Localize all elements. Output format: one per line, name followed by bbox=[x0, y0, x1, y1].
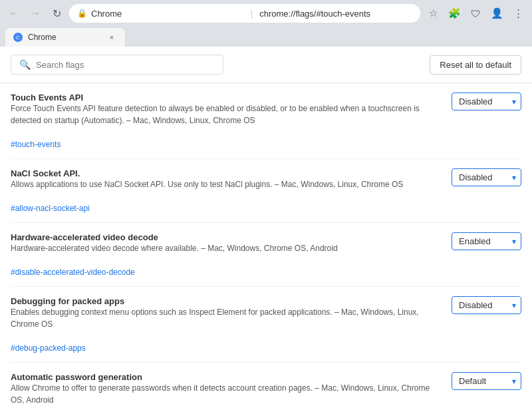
flag-name: NaCl Socket API. bbox=[11, 168, 80, 178]
flag-name: Debugging for packed apps bbox=[11, 296, 124, 306]
flag-name: Hardware-accelerated video decode bbox=[11, 232, 158, 242]
flag-control[interactable]: DefaultEnabledDisabled bbox=[452, 372, 521, 390]
flag-name: Touch Events API bbox=[11, 93, 83, 102]
select-wrapper[interactable]: DefaultEnabledDisabled bbox=[452, 372, 521, 390]
back-icon: ← bbox=[9, 7, 19, 19]
flag-item: NaCl Socket API. Allows applications to … bbox=[11, 159, 521, 223]
browser-toolbar: ← → ↻ 🔒 Chrome | chrome://flags/#touch-e… bbox=[5, 4, 527, 23]
flag-select[interactable]: DefaultEnabledDisabled bbox=[452, 372, 521, 390]
flag-info: Hardware-accelerated video decode Hardwa… bbox=[11, 232, 438, 277]
search-icon: 🔍 bbox=[19, 59, 31, 70]
menu-button[interactable]: ⋮ bbox=[509, 5, 527, 22]
flag-item: Touch Events API Force Touch Events API … bbox=[11, 83, 521, 159]
flag-info: Debugging for packed apps Enables debugg… bbox=[11, 296, 438, 353]
flag-select[interactable]: DefaultEnabledDisabled bbox=[452, 93, 521, 110]
star-button[interactable]: ☆ bbox=[424, 5, 442, 22]
select-wrapper[interactable]: DefaultEnabledDisabled bbox=[452, 93, 521, 110]
back-button[interactable]: ← bbox=[5, 5, 23, 22]
forward-button[interactable]: → bbox=[27, 5, 44, 22]
flag-description: Hardware-accelerated video decode where … bbox=[11, 242, 438, 254]
flags-header: 🔍 Reset all to default bbox=[0, 47, 532, 83]
select-wrapper[interactable]: DefaultEnabledDisabled bbox=[452, 296, 521, 314]
flag-control[interactable]: DefaultEnabledDisabled bbox=[452, 93, 521, 110]
reset-all-button[interactable]: Reset all to default bbox=[430, 55, 521, 75]
active-tab[interactable]: C Chrome × bbox=[5, 28, 125, 47]
flag-select[interactable]: DefaultEnabledDisabled bbox=[452, 296, 521, 314]
profile-button[interactable]: 👤 bbox=[488, 5, 505, 22]
flag-info: Touch Events API Force Touch Events API … bbox=[11, 93, 438, 149]
flag-description: Enables debugging context menu options s… bbox=[11, 306, 438, 330]
flag-link[interactable]: #allow-nacl-socket-api bbox=[11, 204, 90, 213]
star-icon: ☆ bbox=[429, 7, 438, 19]
flags-list: Touch Events API Force Touch Events API … bbox=[0, 83, 532, 404]
flag-link[interactable]: #touch-events bbox=[11, 140, 61, 149]
shield-icon: 🛡 bbox=[471, 8, 481, 19]
flag-item: Debugging for packed apps Enables debugg… bbox=[11, 287, 521, 363]
reload-button[interactable]: ↻ bbox=[48, 5, 65, 22]
extensions-icon: 🧩 bbox=[448, 7, 461, 19]
flag-control[interactable]: DefaultEnabledDisabled bbox=[452, 168, 521, 186]
flag-link[interactable]: #debug-packed-apps bbox=[11, 343, 86, 353]
browser-chrome: ← → ↻ 🔒 Chrome | chrome://flags/#touch-e… bbox=[0, 0, 532, 47]
flags-container: 🔍 Reset all to default Touch Events API … bbox=[0, 47, 532, 404]
address-separator: | bbox=[251, 9, 253, 19]
url-text: chrome://flags/#touch-events bbox=[259, 9, 412, 19]
search-input[interactable] bbox=[36, 60, 215, 70]
flag-info: Automatic password generation Allow Chro… bbox=[11, 372, 438, 404]
flag-description: Force Touch Events API feature detection… bbox=[11, 102, 438, 126]
lock-icon: 🔒 bbox=[77, 9, 87, 18]
flag-description: Allows applications to use NaCl Socket A… bbox=[11, 178, 438, 190]
flag-select[interactable]: DefaultEnabledDisabled bbox=[452, 232, 521, 250]
reload-icon: ↻ bbox=[53, 7, 61, 20]
forward-icon: → bbox=[30, 7, 41, 19]
tab-title: Chrome bbox=[28, 33, 101, 42]
flag-control[interactable]: DefaultEnabledDisabled bbox=[452, 296, 521, 314]
flag-name: Automatic password generation bbox=[11, 372, 142, 382]
flag-item: Hardware-accelerated video decode Hardwa… bbox=[11, 223, 521, 287]
flag-item: Automatic password generation Allow Chro… bbox=[11, 363, 521, 404]
profile-icon: 👤 bbox=[491, 7, 503, 19]
address-bar[interactable]: 🔒 Chrome | chrome://flags/#touch-events bbox=[69, 4, 420, 23]
tab-close-button[interactable]: × bbox=[106, 32, 117, 43]
tab-favicon: C bbox=[13, 33, 23, 42]
search-box[interactable]: 🔍 bbox=[11, 55, 223, 75]
shield-button[interactable]: 🛡 bbox=[467, 5, 484, 22]
flag-select[interactable]: DefaultEnabledDisabled bbox=[452, 168, 521, 186]
flag-description: Allow Chrome to offer to generate passwo… bbox=[11, 382, 438, 404]
extensions-button[interactable]: 🧩 bbox=[446, 5, 463, 22]
tab-bar: C Chrome × bbox=[5, 27, 527, 47]
select-wrapper[interactable]: DefaultEnabledDisabled bbox=[452, 232, 521, 250]
flag-link[interactable]: #disable-accelerated-video-decode bbox=[11, 268, 135, 277]
brand-text: Chrome bbox=[91, 9, 244, 19]
flag-info: NaCl Socket API. Allows applications to … bbox=[11, 168, 438, 213]
flag-control[interactable]: DefaultEnabledDisabled bbox=[452, 232, 521, 250]
select-wrapper[interactable]: DefaultEnabledDisabled bbox=[452, 168, 521, 186]
menu-icon: ⋮ bbox=[513, 7, 523, 19]
